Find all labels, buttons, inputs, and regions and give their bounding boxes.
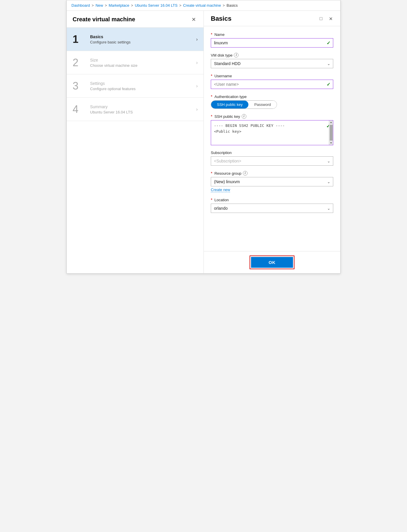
location-select-wrapper: orlando ⌄ — [211, 204, 333, 213]
ssh-key-textarea[interactable]: ---- BEGIN SSH2 PUBLIC KEY ---- <Public … — [211, 120, 333, 144]
ssh-scroll-thumb[interactable] — [330, 125, 333, 141]
vm-disk-label-text: VM disk type — [211, 53, 232, 57]
step-2-subtitle: Choose virtual machine size — [90, 63, 194, 68]
breadcrumb-current: Basics — [227, 3, 238, 8]
resource-group-field-group: * Resource group i (New) linuxvm ⌄ Creat… — [211, 171, 333, 192]
step-1-subtitle: Configure basic settings — [90, 40, 194, 44]
left-panel: Create virtual machine ✕ 1 Basics Config… — [67, 11, 204, 273]
step-3-title: Settings — [90, 81, 194, 86]
step-1-item[interactable]: 1 Basics Configure basic settings › — [67, 28, 203, 51]
subscription-label: Subscription — [211, 150, 333, 155]
step-2-content: Size Choose virtual machine size — [90, 58, 194, 68]
breadcrumb-sep-3: > — [131, 4, 133, 8]
vm-disk-label: VM disk type i — [211, 53, 333, 57]
username-input[interactable] — [211, 80, 333, 89]
vm-disk-select[interactable]: Standard HDD Standard SSD Premium SSD — [211, 59, 333, 68]
step-4-content: Summary Ubuntu Server 16.04 LTS — [90, 104, 194, 114]
ssh-required-star: * — [211, 114, 212, 119]
username-input-wrapper: ✓ — [211, 80, 333, 89]
auth-type-label: * Authentication type — [211, 94, 333, 99]
auth-type-label-text: Authentication type — [214, 94, 247, 99]
right-panel-controls: □ ✕ — [318, 15, 334, 22]
right-panel: Basics □ ✕ * Name ✓ — [204, 11, 340, 273]
ok-button[interactable]: OK — [251, 257, 293, 268]
step-4-subtitle: Ubuntu Server 16.04 LTS — [90, 110, 194, 114]
breadcrumb-new[interactable]: New — [96, 3, 103, 8]
steps-list: 1 Basics Configure basic settings › 2 Si… — [67, 28, 203, 121]
username-required-star: * — [211, 74, 212, 78]
ssh-key-label-text: SSH public key — [214, 114, 240, 119]
breadcrumb-ubuntu[interactable]: Ubuntu Server 16.04 LTS — [135, 3, 177, 8]
step-3-number: 3 — [73, 81, 87, 91]
step-3-item[interactable]: 3 Settings Configure optional features › — [67, 74, 203, 98]
left-panel-header: Create virtual machine ✕ — [67, 11, 203, 28]
main-layout: Create virtual machine ✕ 1 Basics Config… — [67, 11, 340, 273]
name-label-text: Name — [214, 32, 224, 37]
vm-disk-select-wrapper: Standard HDD Standard SSD Premium SSD ⌄ — [211, 59, 333, 68]
step-4-title: Summary — [90, 104, 194, 109]
step-1-content: Basics Configure basic settings — [90, 34, 194, 44]
vm-disk-info-icon: i — [234, 53, 238, 57]
location-required-star: * — [211, 197, 212, 202]
ssh-scrollbar[interactable]: ▲ ▼ — [329, 120, 333, 145]
ssh-key-label: * SSH public key i — [211, 114, 333, 119]
step-1-number: 1 — [73, 34, 87, 45]
create-new-link[interactable]: Create new — [211, 188, 230, 192]
subscription-label-text: Subscription — [211, 150, 232, 155]
step-2-title: Size — [90, 58, 194, 62]
name-check-icon: ✓ — [327, 40, 330, 46]
subscription-field-group: Subscription <Subscription> ⌄ — [211, 150, 333, 166]
location-label-text: Location — [214, 198, 229, 202]
location-select[interactable]: orlando — [211, 204, 333, 213]
name-input-wrapper: ✓ — [211, 38, 333, 48]
subscription-select[interactable]: <Subscription> — [211, 156, 333, 166]
ssh-scroll-up-icon[interactable]: ▲ — [329, 120, 333, 124]
location-label: * Location — [211, 197, 333, 202]
breadcrumb-sep-4: > — [179, 4, 181, 8]
step-1-title: Basics — [90, 34, 194, 39]
step-3-subtitle: Configure optional features — [90, 87, 194, 91]
step-3-chevron-icon: › — [196, 83, 198, 89]
name-label: * Name — [211, 32, 333, 37]
ssh-key-field-group: * SSH public key i ---- BEGIN SSH2 PUBLI… — [211, 114, 333, 145]
username-label-text: Username — [214, 74, 232, 78]
step-3-content: Settings Configure optional features — [90, 81, 194, 91]
resource-group-label: * Resource group i — [211, 171, 333, 176]
right-panel-title: Basics — [211, 15, 231, 22]
form-body: * Name ✓ VM disk type i — [204, 26, 340, 251]
ssh-textarea-wrapper: ---- BEGIN SSH2 PUBLIC KEY ---- <Public … — [211, 120, 333, 145]
breadcrumb-marketplace[interactable]: Marketplace — [109, 3, 129, 8]
name-field-group: * Name ✓ — [211, 32, 333, 48]
ssh-scroll-down-icon[interactable]: ▼ — [329, 141, 333, 145]
breadcrumb-create-vm[interactable]: Create virtual machine — [183, 3, 221, 8]
step-2-chevron-icon: › — [196, 60, 198, 65]
step-4-chevron-icon: › — [196, 107, 198, 112]
app-container: Dashboard > New > Marketplace > Ubuntu S… — [66, 0, 341, 274]
breadcrumb-sep-2: > — [105, 4, 107, 8]
breadcrumb-sep-1: > — [92, 4, 94, 8]
step-4-item[interactable]: 4 Summary Ubuntu Server 16.04 LTS › — [67, 98, 203, 121]
right-panel-close-button[interactable]: ✕ — [327, 15, 334, 22]
auth-type-toggle: SSH public key Password — [211, 100, 277, 109]
resource-group-required-star: * — [211, 171, 212, 176]
breadcrumb-sep-5: > — [223, 4, 225, 8]
right-panel-header: Basics □ ✕ — [204, 11, 340, 26]
resource-group-label-text: Resource group — [214, 171, 241, 176]
step-2-item[interactable]: 2 Size Choose virtual machine size › — [67, 51, 203, 74]
resource-group-select[interactable]: (New) linuxvm — [211, 177, 333, 186]
breadcrumb-dashboard[interactable]: Dashboard — [71, 3, 90, 8]
step-2-number: 2 — [73, 57, 87, 68]
left-panel-title: Create virtual machine — [73, 16, 135, 23]
left-panel-close-button[interactable]: ✕ — [190, 16, 198, 23]
maximize-button[interactable]: □ — [318, 15, 324, 22]
location-field-group: * Location orlando ⌄ — [211, 197, 333, 213]
ssh-key-info-icon: i — [242, 114, 246, 119]
username-field-group: * Username ✓ — [211, 74, 333, 89]
name-required-star: * — [211, 32, 212, 37]
step-4-number: 4 — [73, 104, 87, 115]
name-input[interactable] — [211, 38, 333, 48]
subscription-select-wrapper: <Subscription> ⌄ — [211, 156, 333, 166]
ssh-key-option[interactable]: SSH public key — [211, 101, 248, 108]
password-option[interactable]: Password — [248, 101, 277, 108]
username-check-icon: ✓ — [327, 82, 330, 87]
